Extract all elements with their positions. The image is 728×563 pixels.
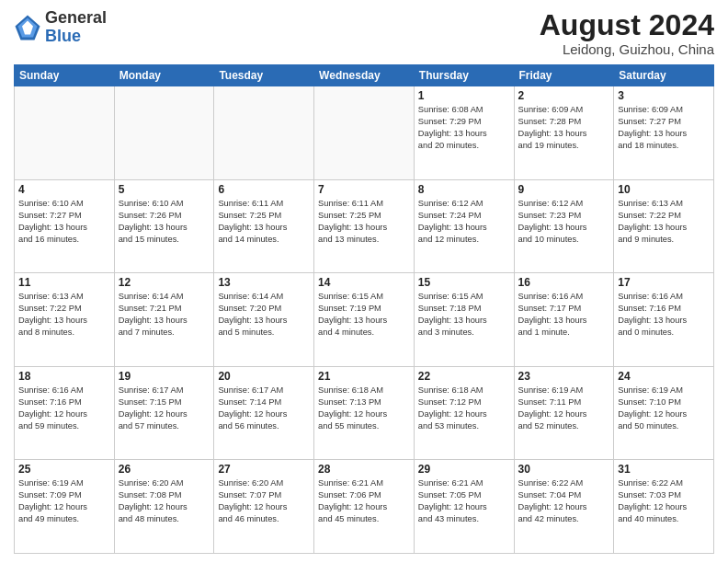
calendar-header: Sunday Monday Tuesday Wednesday Thursday… <box>15 65 714 86</box>
calendar-cell: 28Sunrise: 6:21 AM Sunset: 7:06 PM Dayli… <box>314 460 415 554</box>
calendar-cell <box>114 86 214 180</box>
day-number: 16 <box>518 276 610 289</box>
day-number: 15 <box>418 276 510 289</box>
day-number: 25 <box>18 463 110 476</box>
logo-general-text: General <box>45 9 107 28</box>
day-number: 4 <box>18 183 110 196</box>
calendar-cell: 8Sunrise: 6:12 AM Sunset: 7:24 PM Daylig… <box>414 179 514 273</box>
day-info: Sunrise: 6:08 AM Sunset: 7:29 PM Dayligh… <box>418 104 510 152</box>
calendar-cell: 9Sunrise: 6:12 AM Sunset: 7:23 PM Daylig… <box>514 179 614 273</box>
location: Leidong, Guizhou, China <box>540 41 714 57</box>
logo-blue-text: Blue <box>45 28 107 46</box>
day-number: 24 <box>618 370 710 383</box>
calendar-cell: 27Sunrise: 6:20 AM Sunset: 7:07 PM Dayli… <box>214 460 314 554</box>
calendar-week-1: 1Sunrise: 6:08 AM Sunset: 7:29 PM Daylig… <box>15 86 714 180</box>
day-info: Sunrise: 6:14 AM Sunset: 7:21 PM Dayligh… <box>119 291 210 339</box>
logo-icon <box>14 14 41 41</box>
header-monday: Monday <box>114 65 214 86</box>
calendar-cell: 22Sunrise: 6:18 AM Sunset: 7:12 PM Dayli… <box>414 366 514 460</box>
calendar-cell: 17Sunrise: 6:16 AM Sunset: 7:16 PM Dayli… <box>614 273 714 367</box>
calendar-cell <box>314 86 415 180</box>
calendar-cell: 7Sunrise: 6:11 AM Sunset: 7:25 PM Daylig… <box>314 179 415 273</box>
calendar-cell: 3Sunrise: 6:09 AM Sunset: 7:27 PM Daylig… <box>614 86 714 180</box>
day-info: Sunrise: 6:11 AM Sunset: 7:25 PM Dayligh… <box>218 198 310 246</box>
day-info: Sunrise: 6:19 AM Sunset: 7:10 PM Dayligh… <box>618 385 710 432</box>
day-info: Sunrise: 6:22 AM Sunset: 7:04 PM Dayligh… <box>518 477 610 525</box>
day-number: 1 <box>418 89 510 102</box>
header-thursday: Thursday <box>414 65 514 86</box>
day-number: 31 <box>618 463 710 476</box>
day-info: Sunrise: 6:14 AM Sunset: 7:20 PM Dayligh… <box>218 291 310 339</box>
day-info: Sunrise: 6:22 AM Sunset: 7:03 PM Dayligh… <box>618 477 710 525</box>
calendar-cell: 14Sunrise: 6:15 AM Sunset: 7:19 PM Dayli… <box>314 273 415 367</box>
calendar-table: Sunday Monday Tuesday Wednesday Thursday… <box>14 64 714 554</box>
calendar-page: General Blue August 2024 Leidong, Guizho… <box>0 0 728 563</box>
month-year: August 2024 <box>540 9 714 41</box>
day-number: 20 <box>218 370 310 383</box>
day-number: 28 <box>318 463 410 476</box>
day-number: 13 <box>218 276 310 289</box>
day-number: 14 <box>318 276 410 289</box>
title-section: August 2024 Leidong, Guizhou, China <box>540 9 714 57</box>
day-info: Sunrise: 6:18 AM Sunset: 7:13 PM Dayligh… <box>318 385 410 432</box>
calendar-cell: 16Sunrise: 6:16 AM Sunset: 7:17 PM Dayli… <box>514 273 614 367</box>
calendar-cell: 2Sunrise: 6:09 AM Sunset: 7:28 PM Daylig… <box>514 86 614 180</box>
logo-text: General Blue <box>45 9 107 46</box>
day-info: Sunrise: 6:12 AM Sunset: 7:24 PM Dayligh… <box>418 198 510 246</box>
day-info: Sunrise: 6:17 AM Sunset: 7:15 PM Dayligh… <box>119 385 210 432</box>
header: General Blue August 2024 Leidong, Guizho… <box>14 9 714 57</box>
calendar-cell: 12Sunrise: 6:14 AM Sunset: 7:21 PM Dayli… <box>114 273 214 367</box>
header-wednesday: Wednesday <box>314 65 415 86</box>
calendar-week-4: 18Sunrise: 6:16 AM Sunset: 7:16 PM Dayli… <box>15 366 714 460</box>
calendar-cell: 29Sunrise: 6:21 AM Sunset: 7:05 PM Dayli… <box>414 460 514 554</box>
calendar-cell: 21Sunrise: 6:18 AM Sunset: 7:13 PM Dayli… <box>314 366 415 460</box>
header-sunday: Sunday <box>15 65 115 86</box>
day-number: 3 <box>618 89 710 102</box>
calendar-week-2: 4Sunrise: 6:10 AM Sunset: 7:27 PM Daylig… <box>15 179 714 273</box>
day-number: 30 <box>518 463 610 476</box>
day-info: Sunrise: 6:18 AM Sunset: 7:12 PM Dayligh… <box>418 385 510 432</box>
calendar-cell: 24Sunrise: 6:19 AM Sunset: 7:10 PM Dayli… <box>614 366 714 460</box>
calendar-body: 1Sunrise: 6:08 AM Sunset: 7:29 PM Daylig… <box>15 86 714 554</box>
calendar-cell: 23Sunrise: 6:19 AM Sunset: 7:11 PM Dayli… <box>514 366 614 460</box>
day-info: Sunrise: 6:11 AM Sunset: 7:25 PM Dayligh… <box>318 198 410 246</box>
day-number: 12 <box>119 276 210 289</box>
weekday-header-row: Sunday Monday Tuesday Wednesday Thursday… <box>15 65 714 86</box>
day-info: Sunrise: 6:21 AM Sunset: 7:05 PM Dayligh… <box>418 477 510 525</box>
day-info: Sunrise: 6:15 AM Sunset: 7:19 PM Dayligh… <box>318 291 410 339</box>
day-info: Sunrise: 6:13 AM Sunset: 7:22 PM Dayligh… <box>18 291 110 339</box>
day-info: Sunrise: 6:19 AM Sunset: 7:09 PM Dayligh… <box>18 477 110 525</box>
day-info: Sunrise: 6:16 AM Sunset: 7:16 PM Dayligh… <box>618 291 710 339</box>
calendar-cell <box>15 86 115 180</box>
day-info: Sunrise: 6:10 AM Sunset: 7:27 PM Dayligh… <box>18 198 110 246</box>
calendar-cell: 18Sunrise: 6:16 AM Sunset: 7:16 PM Dayli… <box>15 366 115 460</box>
calendar-cell: 6Sunrise: 6:11 AM Sunset: 7:25 PM Daylig… <box>214 179 314 273</box>
header-friday: Friday <box>514 65 614 86</box>
day-number: 29 <box>418 463 510 476</box>
day-number: 21 <box>318 370 410 383</box>
day-number: 19 <box>119 370 210 383</box>
day-info: Sunrise: 6:20 AM Sunset: 7:08 PM Dayligh… <box>119 477 210 525</box>
day-info: Sunrise: 6:20 AM Sunset: 7:07 PM Dayligh… <box>218 477 310 525</box>
day-info: Sunrise: 6:19 AM Sunset: 7:11 PM Dayligh… <box>518 385 610 432</box>
calendar-cell <box>214 86 314 180</box>
day-info: Sunrise: 6:09 AM Sunset: 7:28 PM Dayligh… <box>518 104 610 152</box>
day-info: Sunrise: 6:13 AM Sunset: 7:22 PM Dayligh… <box>618 198 710 246</box>
day-number: 7 <box>318 183 410 196</box>
calendar-cell: 25Sunrise: 6:19 AM Sunset: 7:09 PM Dayli… <box>15 460 115 554</box>
day-number: 17 <box>618 276 710 289</box>
day-number: 10 <box>618 183 710 196</box>
day-info: Sunrise: 6:16 AM Sunset: 7:17 PM Dayligh… <box>518 291 610 339</box>
day-number: 22 <box>418 370 510 383</box>
calendar-cell: 31Sunrise: 6:22 AM Sunset: 7:03 PM Dayli… <box>614 460 714 554</box>
day-info: Sunrise: 6:10 AM Sunset: 7:26 PM Dayligh… <box>119 198 210 246</box>
header-tuesday: Tuesday <box>214 65 314 86</box>
day-number: 8 <box>418 183 510 196</box>
day-number: 23 <box>518 370 610 383</box>
calendar-week-3: 11Sunrise: 6:13 AM Sunset: 7:22 PM Dayli… <box>15 273 714 367</box>
calendar-cell: 30Sunrise: 6:22 AM Sunset: 7:04 PM Dayli… <box>514 460 614 554</box>
calendar-cell: 15Sunrise: 6:15 AM Sunset: 7:18 PM Dayli… <box>414 273 514 367</box>
day-number: 6 <box>218 183 310 196</box>
day-info: Sunrise: 6:12 AM Sunset: 7:23 PM Dayligh… <box>518 198 610 246</box>
day-number: 18 <box>18 370 110 383</box>
